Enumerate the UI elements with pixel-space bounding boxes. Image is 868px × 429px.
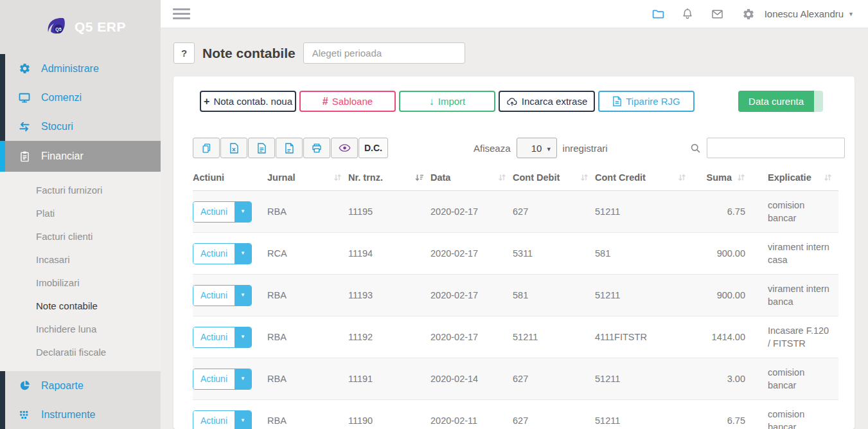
menu-toggle-icon[interactable] (173, 6, 190, 22)
app-logo[interactable]: Q5 Q5 ERP (0, 0, 161, 54)
chevron-down-icon[interactable]: ▼ (235, 369, 251, 389)
date-picker-toggle[interactable] (814, 91, 823, 112)
column-header-suma[interactable]: Suma (693, 166, 752, 191)
column-header-cont-debit[interactable]: Cont Debit (513, 166, 595, 191)
sidebar-item-label: Administrare (41, 63, 99, 75)
records-label: inregistrari (563, 143, 608, 154)
print-icon[interactable] (303, 138, 330, 158)
table-row: Actiuni▼ RBA 11192 2020-02-17 51211 4111… (193, 316, 838, 358)
sidebar-section-top: Administrare Comenzi Stocuri Financiar (0, 54, 161, 172)
cloud-upload-icon (506, 96, 518, 107)
cell-explicatie: comision bancar (752, 400, 838, 429)
submenu-item-incasari[interactable]: Incasari (0, 248, 161, 271)
page-title: Note contabile (202, 46, 296, 61)
import-button[interactable]: ↓ Import (399, 91, 495, 112)
submenu-item-plati[interactable]: Plati (0, 201, 161, 224)
submenu-item-inchidere-luna[interactable]: Inchidere luna (0, 317, 161, 340)
sort-desc-icon (414, 173, 424, 182)
chevron-down-icon[interactable]: ▼ (235, 286, 251, 306)
cell-suma: 1414.00 (693, 316, 752, 358)
cell-data: 2020-02-11 (430, 400, 513, 429)
cell-nr-trnz: 11192 (348, 316, 430, 358)
new-note-button[interactable]: + Nota contab. noua (200, 91, 296, 112)
clipboard-icon (18, 150, 31, 163)
column-header-data[interactable]: Data (430, 166, 513, 191)
new-note-label: Nota contab. noua (213, 96, 292, 107)
submenu-item-imobilizari[interactable]: Imobilizari (0, 271, 161, 294)
cell-cont-credit: 51211 (595, 275, 693, 316)
plus-icon: + (204, 96, 209, 107)
cell-explicatie: virament intern casa (752, 233, 838, 275)
sidebar: Q5 Q5 ERP Administrare Comenzi (0, 0, 161, 429)
row-actions-button[interactable]: Actiuni▼ (193, 243, 252, 264)
upload-statements-button[interactable]: Incarca extrase (499, 91, 595, 112)
excel-icon[interactable] (220, 138, 247, 158)
row-actions-button[interactable]: Actiuni▼ (193, 285, 252, 306)
import-label: Import (438, 96, 466, 107)
column-header-nr-trnz[interactable]: Nr. trnz. (348, 166, 430, 191)
sidebar-item-financiar[interactable]: Financiar (0, 141, 161, 172)
page-size-select[interactable]: 10 ▼ (517, 138, 557, 158)
sort-icon (678, 173, 686, 182)
print-rjg-label: Tiparire RJG (626, 96, 680, 107)
copy-icon[interactable] (193, 138, 220, 158)
notifications-bell-icon[interactable] (681, 7, 695, 21)
chevron-down-icon[interactable]: ▼ (235, 327, 251, 347)
table-row: Actiuni▼ RCA 11194 2020-02-17 5311 581 9… (193, 233, 838, 275)
period-input[interactable] (303, 42, 465, 64)
cell-nr-trnz: 11191 (348, 358, 430, 400)
cell-jurnal: RBA (267, 316, 348, 358)
pdf-icon[interactable] (276, 138, 303, 158)
table-row: Actiuni▼ RBA 11191 2020-02-14 627 51211 … (193, 358, 838, 400)
sidebar-item-instrumente[interactable]: Instrumente (0, 400, 161, 429)
upload-statements-label: Incarca extrase (522, 96, 588, 107)
cell-suma: 3.00 (693, 358, 752, 400)
chevron-down-icon[interactable]: ▼ (235, 244, 251, 264)
folder-icon[interactable] (651, 7, 665, 21)
column-header-jurnal[interactable]: Jurnal (267, 166, 348, 191)
sidebar-item-rapoarte[interactable]: Rapoarte (0, 371, 161, 400)
monitor-icon (18, 91, 31, 104)
column-header-actiuni: Actiuni (193, 166, 267, 191)
user-name: Ionescu Alexandru (765, 8, 844, 19)
submenu-item-note-contabile[interactable]: Note contabile (0, 294, 161, 317)
user-menu[interactable]: Ionescu Alexandru ▼ (742, 7, 854, 21)
help-button[interactable]: ? (173, 42, 195, 64)
sidebar-item-comenzi[interactable]: Comenzi (0, 83, 161, 112)
cell-explicatie: comision bancar (752, 191, 838, 233)
current-date-button[interactable]: Data curenta (738, 91, 823, 112)
submenu-item-facturi-clienti[interactable]: Facturi clienti (0, 224, 161, 248)
cell-suma: 900.00 (693, 233, 752, 275)
row-actions-button[interactable]: Actiuni▼ (193, 327, 252, 348)
sidebar-item-stocuri[interactable]: Stocuri (0, 112, 161, 141)
dc-button[interactable]: D.C. (359, 138, 388, 158)
row-actions-button[interactable]: Actiuni▼ (193, 410, 252, 429)
cell-cont-debit: 627 (513, 191, 595, 233)
file-icon[interactable] (248, 138, 275, 158)
row-actions-button[interactable]: Actiuni▼ (193, 201, 252, 223)
column-header-cont-credit[interactable]: Cont Credit (595, 166, 693, 191)
page-size-group: Afiseaza 10 ▼ inregistrari (474, 138, 608, 158)
submenu-item-declaratii-fiscale[interactable]: Declaratii fiscale (0, 340, 161, 363)
eye-icon[interactable] (331, 138, 358, 158)
cell-cont-credit: 51211 (595, 400, 693, 429)
search-icon (690, 143, 701, 154)
gear-icon (18, 62, 31, 75)
chevron-down-icon[interactable]: ▼ (235, 411, 251, 429)
chevron-down-icon[interactable]: ▼ (235, 202, 251, 222)
templates-button[interactable]: # Sabloane (299, 91, 396, 112)
mail-envelope-icon[interactable] (711, 7, 724, 21)
table-row: Actiuni▼ RBA 11195 2020-02-17 627 51211 … (193, 191, 838, 233)
cell-jurnal: RBA (267, 275, 348, 316)
show-label: Afiseaza (474, 143, 511, 154)
cell-jurnal: RBA (267, 358, 348, 400)
cell-cont-debit: 627 (513, 358, 595, 400)
cell-suma: 6.75 (693, 191, 752, 233)
search-input[interactable] (707, 138, 845, 158)
sidebar-item-administrare[interactable]: Administrare (0, 54, 161, 83)
row-actions-button[interactable]: Actiuni▼ (193, 369, 252, 390)
print-rjg-button[interactable]: Tiparire RJG (598, 91, 695, 112)
column-header-explicatie[interactable]: Explicatie (752, 166, 838, 191)
submenu-item-facturi-furnizori[interactable]: Facturi furnizori (0, 178, 161, 201)
settings-gear-icon[interactable] (742, 7, 756, 21)
